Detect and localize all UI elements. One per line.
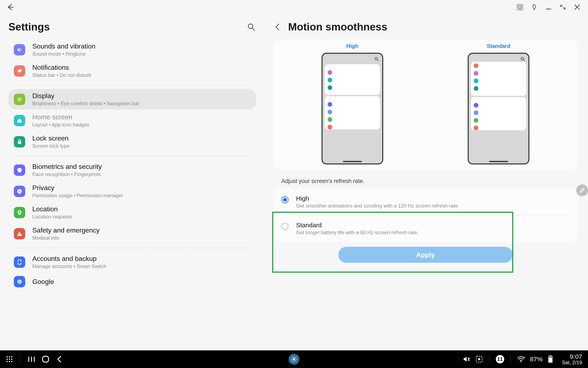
sidebar-item-title: Privacy [32,184,123,192]
menu-divider [14,248,251,248]
speaker-icon [14,44,25,55]
radio-high[interactable] [281,196,289,203]
home-icon [14,115,25,126]
sidebar-item-title: Safety and emergency [32,226,100,234]
restore-icon[interactable] [558,2,568,12]
battery-percent: 87% [530,356,543,363]
sidebar-item-subtitle: Manage accounts • Smart Switch [32,263,107,269]
sidebar-item-subtitle: Status bar • Do not disturb [32,72,91,78]
svg-point-7 [19,191,20,192]
advice-text: Adjust your screen's refresh rate. [281,178,575,184]
svg-rect-24 [43,356,48,362]
settings-sidebar: Settings Sounds and vibrationSound mode … [0,14,265,350]
recents-button[interactable] [27,356,36,363]
mute-icon[interactable] [463,355,470,363]
sidebar-item-privacy[interactable]: PrivacyPermission usage • Permission man… [9,181,256,202]
pin-icon [14,207,25,218]
bell-icon [14,65,25,77]
apply-button[interactable]: Apply [338,247,513,263]
svg-point-5 [18,98,21,101]
preview-high-label: High [346,43,359,49]
options-card: HighGet smoother animations and scrollin… [273,189,578,242]
svg-point-20 [11,359,12,360]
phone-mock-standard [468,53,529,165]
system-navbar: 11 6 87% 9:07 Sat, 2/19 [0,350,588,368]
sidebar-item-title: Sounds and vibration [32,42,96,50]
notification-badge[interactable]: 11 [496,355,504,363]
home-button[interactable] [41,355,50,363]
svg-point-28 [520,361,521,362]
sidebar-item-lock[interactable]: Lock screenScreen lock type [9,131,256,152]
back-button[interactable] [56,356,63,363]
sidebar-item-title: Lock screen [32,134,70,142]
clock-time: 9:07 [570,353,582,360]
preview-standard-label: Standard [487,43,510,49]
wifi-icon: 6 [517,356,525,363]
titlebar-back-button[interactable] [6,2,15,12]
option-title: Standard [296,221,570,229]
screen-record-icon[interactable] [475,355,483,363]
sidebar-item-subtitle: Location requests [32,214,72,220]
privacy-icon [14,186,25,197]
sidebar-item-subtitle: Brightness • Eye comfort shield • Naviga… [32,101,139,107]
svg-point-27 [478,358,480,360]
sidebar-item-title: Location [32,205,72,213]
detail-back-button[interactable] [273,22,282,31]
svg-rect-31 [550,355,551,356]
sidebar-item-subtitle: Layout • App icon badges [32,122,89,128]
sidebar-item-biometrics[interactable]: Biometrics and securityFace recognition … [9,160,256,180]
svg-rect-0 [517,4,523,10]
svg-point-22 [9,361,10,362]
alert-icon [14,228,25,239]
svg-point-23 [11,361,12,362]
sidebar-item-google[interactable]: GGoogle [9,273,256,290]
shield-icon [14,165,25,176]
option-title: High [296,195,570,202]
sidebar-item-subtitle: Permission usage • Permission manager [32,193,123,199]
svg-point-8 [19,211,20,213]
option-high[interactable]: HighGet smoother animations and scrollin… [273,189,578,215]
sidebar-item-title: Display [32,92,139,100]
window-titlebar [0,0,588,14]
search-button[interactable] [246,22,256,32]
close-icon[interactable] [572,2,582,12]
sidebar-item-accounts[interactable]: Accounts and backupManage accounts • Sma… [9,252,256,272]
svg-rect-10 [19,235,20,235]
preview-high[interactable]: High [322,43,383,165]
svg-text:6: 6 [524,356,525,358]
sync-icon [14,257,25,268]
radio-standard[interactable] [281,223,289,230]
svg-point-17 [11,356,12,358]
option-standard[interactable]: StandardGet longer battery life with a 6… [273,215,578,242]
svg-point-15 [7,356,8,358]
pin-icon[interactable] [529,2,539,12]
screenshot-icon[interactable] [515,2,525,12]
menu-divider [14,156,251,156]
option-desc: Get smoother animations and scrolling wi… [296,203,570,209]
sun-icon [14,94,25,105]
google-icon: G [14,276,25,287]
svg-point-16 [9,356,10,358]
settings-title: Settings [9,21,50,33]
apps-grid-icon[interactable] [6,356,13,363]
sidebar-item-location[interactable]: LocationLocation requests [9,202,256,223]
svg-point-25 [293,358,295,360]
sidebar-item-notifications[interactable]: NotificationsStatus bar • Do not disturb [9,61,256,81]
detail-title: Motion smoothness [288,21,387,33]
preview-standard[interactable]: Standard [468,43,529,165]
minimize-icon[interactable] [543,2,553,12]
edit-fab[interactable] [576,184,588,196]
sidebar-item-title: Google [32,278,54,286]
preview-card: High Standard [273,39,578,170]
sidebar-item-display[interactable]: DisplayBrightness • Eye comfort shield •… [9,89,256,110]
sidebar-item-sounds[interactable]: Sounds and vibrationSound mode • Rington… [9,39,256,60]
sidebar-item-title: Biometrics and security [32,163,102,171]
sidebar-item-safety[interactable]: Safety and emergencyMedical info [9,223,256,244]
sidebar-item-title: Home screen [32,113,89,121]
phone-mock-high [322,53,383,165]
sidebar-item-subtitle: Sound mode • Ringtone [32,51,96,57]
sidebar-item-home[interactable]: Home screenLayout • App icon badges [9,110,256,131]
clock-date: Sat, 2/19 [562,360,582,365]
settings-chip[interactable] [289,354,299,365]
svg-rect-9 [19,233,20,234]
